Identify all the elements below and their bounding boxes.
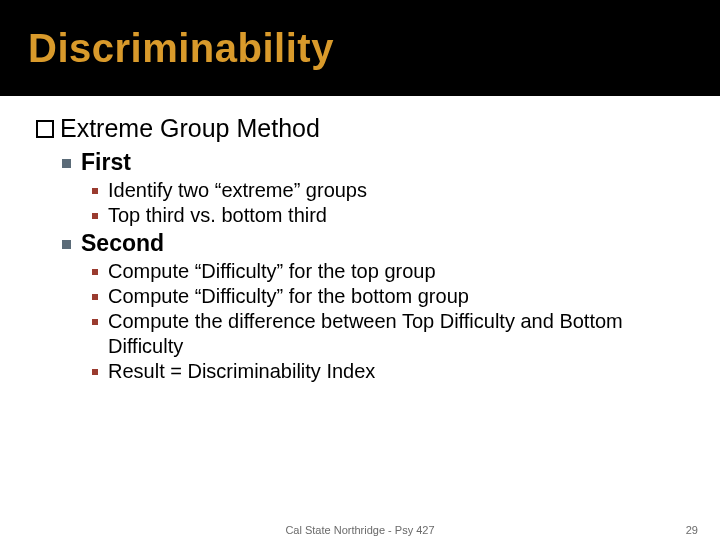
- hollow-square-icon: [36, 120, 54, 138]
- slide-content: Extreme Group Method First Identify two …: [0, 96, 720, 384]
- level2-heading: First: [81, 149, 131, 176]
- bullet-level1: Extreme Group Method: [36, 114, 682, 143]
- bullet-level3: Compute “Difficulty” for the top group: [92, 259, 682, 284]
- square-bullet-icon: [62, 159, 71, 168]
- bullet-level3: Compute the difference between Top Diffi…: [92, 309, 682, 359]
- level3-text: Top third vs. bottom third: [108, 203, 327, 228]
- bullet-level2-first: First: [62, 149, 682, 176]
- level2-heading: Second: [81, 230, 164, 257]
- bullet-level2-second: Second: [62, 230, 682, 257]
- page-number: 29: [686, 524, 698, 536]
- bullet-level3: Top third vs. bottom third: [92, 203, 682, 228]
- square-bullet-icon: [62, 240, 71, 249]
- title-band: Discriminability: [0, 0, 720, 96]
- small-square-icon: [92, 369, 98, 375]
- level3-text: Compute “Difficulty” for the top group: [108, 259, 436, 284]
- level3-text: Compute the difference between Top Diffi…: [108, 309, 682, 359]
- small-square-icon: [92, 269, 98, 275]
- footer-text: Cal State Northridge - Psy 427: [285, 524, 434, 536]
- level1-text: Extreme Group Method: [60, 114, 320, 143]
- bullet-level3: Result = Discriminability Index: [92, 359, 682, 384]
- slide-title: Discriminability: [28, 26, 334, 71]
- small-square-icon: [92, 213, 98, 219]
- small-square-icon: [92, 294, 98, 300]
- small-square-icon: [92, 319, 98, 325]
- level3-text: Compute “Difficulty” for the bottom grou…: [108, 284, 469, 309]
- level3-text: Result = Discriminability Index: [108, 359, 375, 384]
- bullet-level3: Identify two “extreme” groups: [92, 178, 682, 203]
- level3-text: Identify two “extreme” groups: [108, 178, 367, 203]
- bullet-level3: Compute “Difficulty” for the bottom grou…: [92, 284, 682, 309]
- small-square-icon: [92, 188, 98, 194]
